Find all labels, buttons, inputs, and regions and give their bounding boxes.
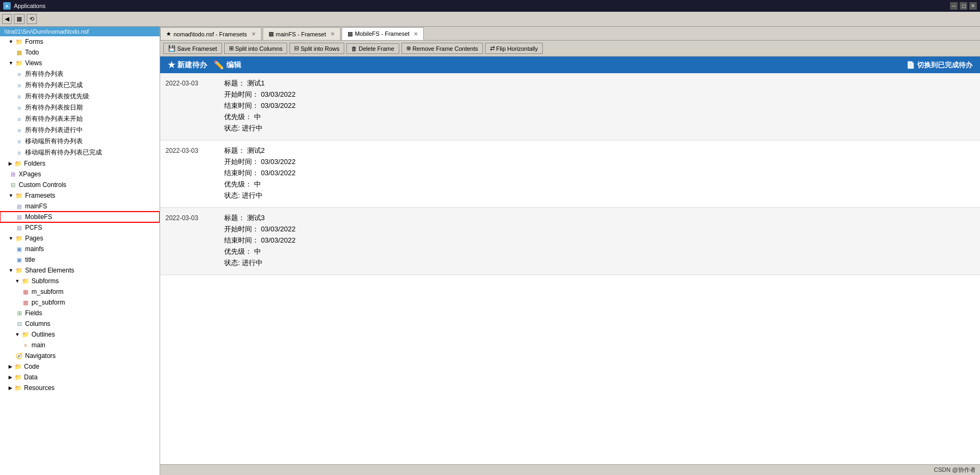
remove-contents-icon: ⊗ — [406, 45, 411, 52]
sidebar-item-customcontrols[interactable]: ⊟ Custom Controls — [0, 180, 160, 190]
edit-button[interactable]: ✏️ 编辑 — [214, 60, 241, 70]
status-credit: CSDN @协作者 — [934, 466, 976, 474]
sidebar-item-folders[interactable]: ▶ 📁 Folders — [0, 158, 160, 169]
outlines-chevron: ▼ — [15, 332, 20, 337]
minimize-button[interactable]: ─ — [950, 2, 958, 10]
tab3-label: MobileFS - Frameset — [355, 30, 410, 37]
outlines-label: Outlines — [31, 331, 55, 338]
record1-start: 开始时间： 03/03/2022 — [224, 90, 969, 99]
record2-start: 开始时间： 03/03/2022 — [224, 157, 969, 167]
sidebar-item-resources[interactable]: ▶ 📁 Resources — [0, 383, 160, 393]
flip-button[interactable]: ⇄ Flip Horizontally — [485, 43, 543, 54]
views-label: Views — [25, 59, 42, 67]
close-button[interactable]: ✕ — [969, 2, 977, 10]
restore-button[interactable]: ◻ — [960, 2, 967, 10]
record1-end-value: 03/03/2022 — [261, 102, 296, 110]
sidebar-item-pages[interactable]: ▼ 📁 Pages — [0, 233, 160, 244]
sidebar-item-sharedelements[interactable]: ▼ 📁 Shared Elements — [0, 265, 160, 276]
sidebar-item-mainfs[interactable]: ▦ mainFS — [0, 201, 160, 212]
tab-3[interactable]: ▦ MobileFS - Frameset ✕ — [342, 27, 424, 40]
sidebar-item-pcfs[interactable]: ▦ PCFS — [0, 222, 160, 233]
sidebar-item-code[interactable]: ▶ 📁 Code — [0, 361, 160, 372]
switch-icon: 📄 — [906, 61, 915, 69]
record2-status-label: 状态: — [224, 191, 240, 199]
tab-1[interactable]: ★ nomad\todo.nsf - Framesets ✕ — [160, 27, 262, 40]
sidebar-item-mobilefs[interactable]: ▦ MobileFS — [0, 212, 160, 222]
data-chevron: ▶ — [9, 375, 12, 380]
navigators-icon: 🧭 — [15, 352, 23, 360]
split-cols-button[interactable]: ⊞ Split into Columns — [224, 43, 288, 54]
record3-title-label: 标题： — [224, 214, 245, 222]
sidebar-item-m-subform[interactable]: ▦ m_subform — [0, 286, 160, 297]
sidebar-path: \\tra01\Srv\Dumi\nomad\todo.nsf — [0, 27, 160, 36]
delete-frame-label: Delete Frame — [359, 45, 394, 52]
sidebar-item-columns[interactable]: ⊟ Columns — [0, 318, 160, 329]
record3-date: 2022-03-03 — [165, 213, 214, 269]
record2-title-label: 标题： — [224, 146, 245, 154]
view4-icon: ≡ — [15, 104, 23, 112]
sidebar-item-todo[interactable]: ▦ Todo — [0, 47, 160, 58]
save-frameset-button[interactable]: 💾 Save Frameset — [163, 43, 222, 54]
m-subform-label: m_subform — [31, 288, 64, 295]
mobilefs-icon: ▦ — [15, 213, 23, 221]
sidebar-item-pc-subform[interactable]: ▦ pc_subform — [0, 297, 160, 308]
sidebar-item-page-mainfs[interactable]: ▣ mainfs — [0, 244, 160, 254]
sidebar-item-view6[interactable]: ≡ 所有待办列表进行中 — [0, 124, 160, 136]
new-todo-button[interactable]: ★ 新建待办 — [168, 60, 207, 70]
remove-contents-button[interactable]: ⊗ Remove Frame Contents — [401, 43, 483, 54]
tab-2[interactable]: ▦ mainFS - Frameset ✕ — [263, 27, 341, 40]
record2-end-label: 结束时间： — [224, 169, 259, 177]
sidebar-item-data[interactable]: ▶ 📁 Data — [0, 372, 160, 383]
sidebar-item-view4[interactable]: ≡ 所有待办列表按日期 — [0, 102, 160, 113]
subforms-icon: 📁 — [21, 277, 30, 285]
sidebar-item-view3[interactable]: ≡ 所有待办列表按优先级 — [0, 91, 160, 102]
sharedelements-label: Shared Elements — [25, 267, 74, 274]
sidebar-item-view2[interactable]: ≡ 所有待办列表已完成 — [0, 80, 160, 91]
sharedelements-icon: 📁 — [15, 266, 23, 275]
sidebar-item-view5[interactable]: ≡ 所有待办列表未开始 — [0, 113, 160, 124]
pages-chevron: ▼ — [9, 236, 13, 241]
record3-title-value: 测试3 — [247, 214, 265, 222]
record1-priority-label: 优先级： — [224, 113, 252, 121]
record3-priority-value: 中 — [254, 247, 261, 255]
split-rows-label: Split into Rows — [301, 45, 339, 52]
sidebar-item-navigators[interactable]: 🧭 Navigators — [0, 351, 160, 361]
sidebar-item-forms[interactable]: ▼ 📁 Forms — [0, 36, 160, 47]
record3-title: 标题： 测试3 — [224, 213, 969, 223]
frameset-toolbar: 💾 Save Frameset ⊞ Split into Columns ⊟ S… — [160, 41, 980, 57]
record2-end-value: 03/03/2022 — [261, 169, 296, 177]
switch-button[interactable]: 📄 切换到已完成待办 — [906, 60, 973, 70]
sidebar-item-subforms[interactable]: ▼ 📁 Subforms — [0, 276, 160, 286]
subforms-chevron: ▼ — [15, 278, 20, 284]
sidebar-item-views[interactable]: ▼ 📁 Views — [0, 58, 160, 68]
delete-frame-button[interactable]: 🗑 Delete Frame — [346, 43, 399, 54]
sidebar-item-page-title[interactable]: ▣ title — [0, 254, 160, 265]
record3-priority: 优先级： 中 — [224, 247, 969, 256]
sidebar-item-framesets[interactable]: ▼ 📁 Framesets — [0, 190, 160, 201]
tab3-close[interactable]: ✕ — [414, 31, 418, 37]
sidebar-item-outlines[interactable]: ▼ 📁 Outlines — [0, 329, 160, 340]
tab1-close[interactable]: ✕ — [251, 31, 256, 37]
views-icon: 📁 — [15, 59, 23, 67]
sidebar-item-view7[interactable]: ≡ 移动端所有待办列表 — [0, 136, 160, 147]
code-icon: 📁 — [14, 362, 22, 371]
mainfs-label: mainFS — [25, 203, 47, 210]
data-label: Data — [24, 373, 37, 381]
sidebar-item-view8[interactable]: ≡ 移动端所有待办列表已完成 — [0, 147, 160, 158]
sidebar-item-xpages[interactable]: ⊞ XPages — [0, 169, 160, 180]
folders-icon: 📁 — [14, 159, 22, 168]
toolbar-btn-3[interactable]: ⟲ — [27, 14, 37, 24]
sidebar-item-outline-main[interactable]: ≡ main — [0, 340, 160, 351]
app-icon: A — [3, 2, 11, 10]
view5-label: 所有待办列表未开始 — [25, 114, 83, 123]
sidebar-item-view1[interactable]: ≡ 所有待办列表 — [0, 68, 160, 80]
main-panel: ★ nomad\todo.nsf - Framesets ✕ ▦ mainFS … — [160, 27, 980, 475]
view7-icon: ≡ — [15, 137, 23, 146]
toolbar-btn-2[interactable]: ▦ — [14, 14, 25, 24]
fields-label: Fields — [25, 309, 42, 317]
split-rows-button[interactable]: ⊟ Split into Rows — [289, 43, 344, 54]
sidebar-item-fields[interactable]: ⊞ Fields — [0, 308, 160, 318]
tab2-close[interactable]: ✕ — [330, 31, 335, 37]
back-button[interactable]: ◀ — [2, 14, 12, 24]
title-bar: A Applications ─ ◻ ✕ — [0, 0, 980, 12]
